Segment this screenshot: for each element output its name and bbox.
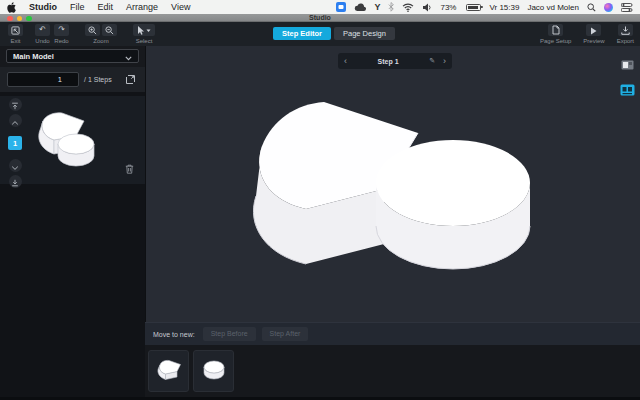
model-selector-dropdown[interactable]: Main Model — [6, 49, 139, 63]
undo-button[interactable]: ↶ Undo — [35, 24, 50, 44]
tab-page-design[interactable]: Page Design — [334, 27, 395, 40]
step-list: 1 — [0, 92, 145, 400]
volume-status-icon[interactable] — [422, 3, 432, 12]
new-step-icon[interactable] — [125, 71, 136, 89]
control-center-icon[interactable] — [621, 3, 633, 12]
model-3d — [146, 46, 640, 322]
menu-arrange[interactable]: Arrange — [126, 2, 158, 12]
step-item-1[interactable]: 1 — [0, 96, 145, 184]
menu-file[interactable]: File — [70, 2, 85, 12]
macos-menu-bar: Studio File Edit Arrange View Y 73% — [0, 0, 640, 14]
battery-percent-label: 73% — [440, 3, 456, 12]
delete-step-button[interactable] — [125, 160, 134, 178]
next-step-button[interactable]: › — [443, 57, 446, 66]
preview-play-icon — [590, 21, 597, 39]
move-to-new-label: Move to new: — [153, 331, 195, 338]
step-number-badge: 1 — [8, 136, 22, 150]
select-cursor-icon — [137, 21, 151, 39]
step-navigation-bar: ‹ Step 1 ✎ › — [338, 53, 452, 69]
menu-edit[interactable]: Edit — [98, 2, 114, 12]
redo-icon: ↷ — [58, 26, 65, 34]
page-preview-toggle[interactable] — [621, 56, 634, 74]
part-item-round[interactable] — [193, 350, 234, 392]
zoom-in-button[interactable] — [85, 24, 100, 36]
steps-counter-row: 1 / 1 Steps — [0, 67, 145, 92]
zoom-out-button[interactable] — [102, 24, 117, 36]
app-status-icon[interactable] — [336, 2, 346, 12]
steps-total-label: / 1 Steps — [84, 76, 125, 83]
yubikey-status-icon[interactable]: Y — [374, 2, 380, 12]
step-thumbnail[interactable] — [32, 100, 110, 184]
tab-step-editor[interactable]: Step Editor — [273, 27, 331, 40]
menu-app-studio[interactable]: Studio — [29, 2, 57, 12]
model-selector-value: Main Model — [13, 52, 125, 61]
move-step-down-button[interactable] — [9, 159, 22, 172]
arrow-to-bottom-icon — [11, 173, 19, 191]
steps-sidebar: Main Model 1 / 1 Steps 1 — [0, 46, 145, 400]
zoom-tool[interactable]: Zoom — [85, 24, 117, 44]
step-thumbnails-toggle[interactable] — [620, 82, 635, 100]
export-button[interactable]: Export — [617, 24, 634, 44]
step-before-button[interactable]: Step Before — [203, 327, 256, 341]
rename-step-pencil-icon[interactable]: ✎ — [429, 57, 435, 65]
chevron-up-icon — [11, 112, 19, 130]
round-part-icon — [201, 358, 227, 384]
apple-menu-icon[interactable] — [7, 2, 16, 13]
export-download-icon — [621, 21, 630, 39]
battery-icon[interactable] — [464, 4, 481, 11]
exit-icon — [11, 21, 20, 39]
page-setup-icon — [552, 21, 560, 39]
undo-icon: ↶ — [39, 26, 46, 34]
exit-button[interactable]: Exit — [8, 24, 23, 44]
siri-icon[interactable] — [604, 3, 613, 12]
user-menu-label[interactable]: Jaco vd Molen — [527, 3, 579, 12]
bluetooth-status-icon[interactable] — [388, 2, 394, 12]
wifi-status-icon[interactable] — [402, 3, 414, 12]
cloud-status-icon[interactable] — [354, 3, 366, 12]
clock-label[interactable]: Vr 15:39 — [489, 3, 519, 12]
page-setup-button[interactable]: Page Setup — [540, 24, 571, 44]
current-step-input[interactable]: 1 — [7, 72, 79, 87]
preview-button[interactable]: Preview — [583, 24, 604, 44]
select-tool-button[interactable]: Select — [133, 24, 155, 44]
step-parts-panel — [145, 345, 640, 397]
chevron-down-icon — [125, 47, 132, 65]
menu-view[interactable]: View — [171, 2, 190, 12]
zoom-in-icon — [88, 21, 97, 39]
spotlight-search-icon[interactable] — [587, 3, 596, 12]
studio-app-window: Studio File Edit Arrange View Y 73% — [0, 0, 640, 400]
main-toolbar: Exit ↶ Undo ↷ Redo — [0, 22, 640, 46]
part-item-wedge[interactable] — [148, 350, 189, 392]
step-name-label: Step 1 — [347, 58, 429, 65]
zoom-out-icon — [105, 21, 114, 39]
viewport-3d[interactable]: ‹ Step 1 ✎ › — [145, 46, 640, 322]
thumbnail-round-piece — [58, 134, 94, 166]
trash-icon — [125, 160, 134, 177]
move-step-up-button[interactable] — [9, 114, 22, 127]
move-to-new-bar: Move to new: Step Before Step After — [145, 322, 640, 345]
wedge-part-icon — [155, 356, 183, 386]
round-piece — [376, 140, 530, 269]
redo-button[interactable]: ↷ Redo — [54, 24, 69, 44]
move-step-to-top-button[interactable] — [9, 98, 22, 111]
move-step-to-bottom-button[interactable] — [9, 175, 22, 188]
step-after-button[interactable]: Step After — [262, 327, 309, 341]
